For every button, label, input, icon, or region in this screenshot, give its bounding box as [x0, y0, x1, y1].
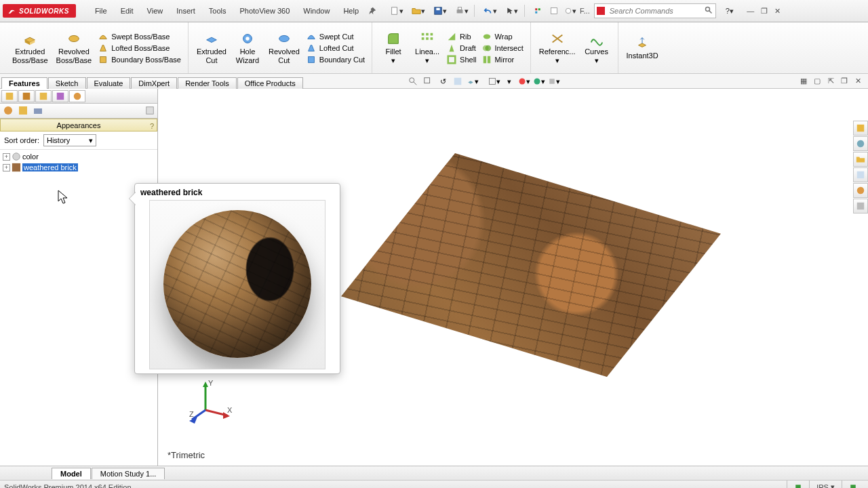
- viewport-maximize-icon[interactable]: ❐: [838, 75, 850, 86]
- sort-dropdown[interactable]: History▾: [43, 134, 96, 146]
- open-button[interactable]: ▾: [409, 4, 428, 18]
- search-icon[interactable]: [702, 6, 715, 16]
- tree-item-weathered-brick[interactable]: + weathered brick: [0, 162, 157, 173]
- zoom-fit-icon[interactable]: [407, 75, 419, 87]
- lofted-cut-button[interactable]: Lofted Cut: [307, 43, 365, 53]
- menu-view[interactable]: View: [140, 4, 170, 18]
- decals-subtab-icon[interactable]: [18, 105, 28, 117]
- property-manager-tab[interactable]: [18, 90, 35, 102]
- taskpane-custom-props-icon[interactable]: [853, 199, 868, 214]
- intersect-button[interactable]: Intersect: [482, 43, 524, 53]
- swept-boss-button[interactable]: Swept Boss/Base: [98, 32, 181, 41]
- zoom-area-icon[interactable]: [422, 75, 434, 87]
- tab-features[interactable]: Features: [1, 77, 47, 89]
- save-button[interactable]: ▾: [431, 4, 450, 18]
- doc-close-icon[interactable]: ✕: [772, 5, 784, 16]
- scenes-subtab-icon[interactable]: [33, 105, 43, 117]
- options-button[interactable]: [547, 4, 561, 18]
- draft-button[interactable]: Draft: [447, 43, 476, 53]
- svg-rect-14: [100, 56, 106, 62]
- boundary-cut-button[interactable]: Boundary Cut: [307, 55, 365, 64]
- wrap-button[interactable]: Wrap: [482, 32, 524, 41]
- swept-cut-button[interactable]: Swept Cut: [307, 32, 365, 41]
- reference-geometry-button[interactable]: Referenc...▾: [535, 30, 580, 66]
- display-manager-tab[interactable]: [69, 90, 85, 102]
- revolved-cut-button[interactable]: RevolvedCut: [264, 30, 304, 66]
- tab-model[interactable]: Model: [52, 468, 91, 479]
- undo-button[interactable]: ▾: [481, 4, 500, 18]
- shell-button[interactable]: Shell: [447, 55, 476, 64]
- taskpane-resources-icon[interactable]: [853, 121, 868, 136]
- search-box[interactable]: [594, 3, 716, 18]
- hole-wizard-button[interactable]: HoleWizard: [231, 30, 264, 66]
- curves-button[interactable]: Curves▾: [580, 30, 614, 66]
- new-button[interactable]: ▾: [387, 4, 406, 18]
- menu-help[interactable]: Help: [336, 4, 366, 18]
- pin-button[interactable]: [366, 4, 379, 18]
- menu-bar: File Edit View Insert Tools PhotoView 36…: [88, 4, 366, 18]
- taskpane-view-palette-icon[interactable]: [853, 167, 868, 182]
- panel-help-icon[interactable]: ?: [150, 120, 154, 132]
- tab-motion-study[interactable]: Motion Study 1...: [92, 468, 165, 479]
- menu-photoview[interactable]: PhotoView 360: [233, 4, 296, 18]
- svg-rect-43: [19, 106, 27, 115]
- menu-edit[interactable]: Edit: [114, 4, 140, 18]
- menu-file[interactable]: File: [88, 4, 114, 18]
- menu-insert[interactable]: Insert: [170, 4, 202, 18]
- view-settings-icon[interactable]: ▾: [548, 75, 560, 87]
- status-units[interactable]: IPS ▾: [809, 481, 842, 488]
- tab-dimxpert[interactable]: DimXpert: [131, 77, 177, 89]
- svg-point-11: [705, 7, 709, 12]
- configuration-manager-tab[interactable]: [35, 90, 52, 102]
- settings-button[interactable]: ▾: [564, 4, 577, 18]
- extruded-boss-button[interactable]: ExtrudedBoss/Base: [8, 30, 52, 66]
- tree-item-color[interactable]: + color: [0, 151, 157, 162]
- section-view-icon[interactable]: [452, 75, 464, 87]
- viewport-close-icon[interactable]: ✕: [852, 75, 864, 86]
- hide-show-icon[interactable]: ▾: [503, 75, 515, 87]
- rebuild-button[interactable]: [531, 4, 545, 18]
- taskpane-design-library-icon[interactable]: [853, 136, 868, 151]
- instant3d-button[interactable]: Instant3D: [623, 34, 663, 62]
- help-dropdown[interactable]: ?▾: [720, 4, 739, 18]
- taskpane-appearances-icon[interactable]: [853, 183, 868, 198]
- tab-render-tools[interactable]: Render Tools: [178, 77, 237, 89]
- display-style-icon[interactable]: ▾: [488, 75, 500, 87]
- linear-pattern-button[interactable]: Linea...▾: [410, 30, 444, 66]
- print-button[interactable]: ▾: [452, 4, 471, 18]
- extruded-cut-button[interactable]: ExtrudedCut: [193, 30, 231, 66]
- svg-rect-60: [857, 203, 865, 210]
- model-brick-plane[interactable]: [341, 153, 721, 377]
- lofted-boss-button[interactable]: Lofted Boss/Base: [98, 43, 181, 53]
- boundary-boss-icon: [98, 55, 108, 64]
- expand-icon[interactable]: +: [3, 153, 10, 161]
- search-input[interactable]: [607, 7, 702, 15]
- menu-tools[interactable]: Tools: [202, 4, 233, 18]
- view-orientation-icon[interactable]: ▾: [467, 75, 479, 87]
- edit-appearance-icon[interactable]: ▾: [518, 75, 530, 87]
- panel-menu-icon[interactable]: [145, 106, 155, 117]
- fillet-button[interactable]: Fillet▾: [376, 30, 410, 66]
- tab-sketch[interactable]: Sketch: [48, 77, 86, 89]
- expand-icon[interactable]: +: [3, 164, 10, 171]
- taskpane-file-explorer-icon[interactable]: [853, 152, 868, 167]
- rib-button[interactable]: Rib: [447, 32, 476, 41]
- boundary-boss-button[interactable]: Boundary Boss/Base: [98, 55, 181, 64]
- tab-office-products[interactable]: Office Products: [237, 77, 303, 89]
- tab-evaluate[interactable]: Evaluate: [87, 77, 131, 89]
- mirror-button[interactable]: Mirror: [482, 55, 524, 64]
- viewport-link-icon[interactable]: ⇱: [825, 75, 837, 86]
- viewport-single-icon[interactable]: ▢: [811, 75, 823, 86]
- revolved-boss-button[interactable]: RevolvedBoss/Base: [52, 30, 96, 66]
- doc-minimize-icon[interactable]: —: [745, 5, 757, 16]
- previous-view-icon[interactable]: ↺: [437, 75, 449, 87]
- menu-window[interactable]: Window: [296, 4, 336, 18]
- feature-manager-tab[interactable]: [1, 90, 18, 102]
- appearances-subtab-icon[interactable]: [3, 105, 14, 117]
- select-button[interactable]: ▾: [502, 4, 521, 18]
- apply-scene-icon[interactable]: ▾: [533, 75, 545, 87]
- doc-restore-icon[interactable]: ❐: [758, 5, 770, 16]
- viewport-tile-icon[interactable]: ▦: [797, 75, 810, 86]
- dimxpert-manager-tab[interactable]: [52, 90, 68, 102]
- logo-icon: [7, 6, 16, 16]
